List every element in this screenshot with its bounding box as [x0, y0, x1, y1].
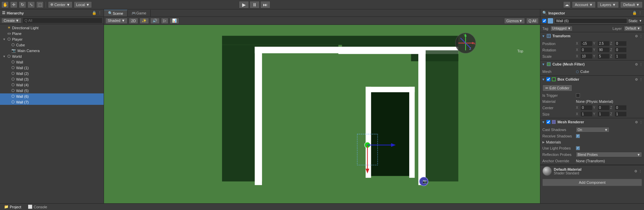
scale-x[interactable]: [581, 54, 592, 59]
collider-more-icon[interactable]: ⋮: [639, 78, 643, 81]
edit-collider-btn[interactable]: ✏ Edit Collider: [542, 85, 572, 91]
hand-tool-btn[interactable]: ✋: [1, 1, 9, 8]
gizmos-btn[interactable]: Gizmos ▼: [504, 18, 525, 24]
center-z[interactable]: [615, 105, 627, 110]
shaded-dropdown[interactable]: Shaded ▼: [105, 18, 127, 24]
inspector-lock-icon[interactable]: 🔒: [632, 11, 637, 15]
rotation-y[interactable]: [598, 47, 609, 52]
audio-btn[interactable]: 🔊: [150, 18, 160, 24]
renderer-enable-checkbox[interactable]: [546, 120, 550, 124]
material-more-icon[interactable]: ⋮: [639, 169, 642, 173]
rotation-x[interactable]: [581, 47, 592, 52]
rotation-z[interactable]: [615, 47, 627, 52]
center-y[interactable]: [598, 105, 609, 110]
size-x[interactable]: [581, 112, 592, 117]
receive-shadows-checkbox[interactable]: [576, 134, 580, 138]
hierarchy-more-icon[interactable]: ⋮: [98, 11, 102, 15]
tree-item-plane[interactable]: ▭ Plane: [0, 31, 104, 36]
cast-shadows-dropdown[interactable]: On ▼: [576, 127, 609, 132]
2d-btn[interactable]: 2D: [129, 18, 138, 24]
object-active-toggle[interactable]: [542, 19, 546, 23]
cloud-btn[interactable]: ☁: [563, 1, 571, 8]
anchor-override-row: Anchor Override None (Transform): [540, 158, 644, 164]
collider-settings-icon[interactable]: ⚙: [635, 78, 638, 81]
console-tab[interactable]: ⬜ Console: [26, 204, 49, 209]
mesh-prop-row: Mesh ⬡ Cube: [540, 69, 644, 75]
mesh-more-icon[interactable]: ⋮: [639, 62, 643, 66]
tree-item-wall1[interactable]: ⬡ Wall (1): [0, 65, 104, 71]
project-tab[interactable]: 📁 Project: [2, 204, 23, 209]
hierarchy-tree: ☀ Directional Light ▭ Plane ▼ ⬡ Player ⬡…: [0, 24, 104, 203]
transform-more-icon[interactable]: ⋮: [639, 34, 643, 38]
use-light-probes-checkbox[interactable]: [576, 146, 580, 150]
renderer-more-icon[interactable]: ⋮: [639, 120, 643, 124]
position-z[interactable]: [615, 41, 627, 46]
create-btn[interactable]: Create ▼: [1, 18, 21, 23]
edit-icon: ✏: [545, 86, 548, 90]
play-button[interactable]: ▶: [239, 1, 249, 8]
tag-dropdown[interactable]: Untagged ▼: [550, 26, 573, 31]
pivot-btn[interactable]: ⊕ Center ▼: [48, 1, 72, 8]
tree-item-wall6[interactable]: ⬡ Wall (6): [0, 93, 104, 99]
mesh-renderer-header[interactable]: ▼ Mesh Renderer ⚙ ⋮: [540, 118, 644, 126]
size-z[interactable]: [615, 112, 627, 117]
fx-btn[interactable]: ✨: [140, 18, 149, 24]
anim-btn[interactable]: ▷: [161, 18, 168, 24]
add-component-btn[interactable]: Add Component: [542, 179, 642, 186]
object-name-input[interactable]: [554, 18, 627, 24]
tree-item-wall4[interactable]: ⬡ Wall (4): [0, 82, 104, 88]
step-button[interactable]: ⏭: [260, 1, 270, 8]
collider-enable-checkbox[interactable]: [546, 77, 550, 81]
position-x[interactable]: [581, 41, 592, 46]
hierarchy-lock-icon[interactable]: 🔒: [92, 11, 97, 15]
size-y[interactable]: [598, 112, 609, 117]
inspector-panel: 🔍 Inspector 🔒 ⋮ Static ▼ Tag Untagged ▼ …: [540, 9, 644, 203]
tree-item-wall[interactable]: ⬡ Wall: [0, 59, 104, 65]
tab-scene[interactable]: 🔍 Scene: [104, 10, 127, 16]
pause-button[interactable]: ⏸: [250, 1, 260, 8]
play-controls: ▶ ⏸ ⏭: [239, 1, 270, 8]
rotate-tool-btn[interactable]: ↻: [19, 1, 26, 8]
renderer-settings-icon[interactable]: ⚙: [635, 120, 638, 124]
scale-y[interactable]: [598, 54, 609, 59]
position-y[interactable]: [598, 41, 609, 46]
anchor-override-value: None (Transform): [576, 159, 642, 163]
center-x[interactable]: [581, 105, 592, 110]
move-tool-btn[interactable]: ✛: [10, 1, 17, 8]
tree-item-wall5[interactable]: ⬡ Wall (5): [0, 88, 104, 93]
tree-item-cube[interactable]: ⬡ Cube: [0, 42, 104, 48]
tree-item-main-camera[interactable]: 📷 Main Camera: [0, 48, 104, 53]
transform-header[interactable]: ▼ Transform ⚙ ⋮: [540, 32, 644, 40]
tree-item-player[interactable]: ▼ ⬡ Player: [0, 36, 104, 42]
transform-settings-icon[interactable]: ⚙: [635, 34, 638, 38]
search-scene-btn[interactable]: Q All: [526, 18, 539, 24]
space-btn[interactable]: Local ▼: [74, 1, 92, 8]
rect-tool-btn[interactable]: ⬚: [36, 1, 44, 8]
scale-z[interactable]: [615, 54, 627, 59]
inspector-more-icon[interactable]: ⋮: [638, 11, 642, 15]
layer-dropdown[interactable]: Default ▼: [624, 26, 642, 31]
tree-item-wall7[interactable]: ⬡ Wall (7): [0, 99, 104, 105]
tree-item-wall3[interactable]: ⬡ Wall (3): [0, 76, 104, 82]
transform-toggle-arrow: ▼: [542, 34, 545, 38]
scene-view[interactable]: 📷 X Y Z: [104, 25, 540, 203]
account-dropdown[interactable]: Account ▼: [572, 1, 596, 8]
layers-dropdown[interactable]: Layers ▼: [597, 1, 619, 8]
stats-btn[interactable]: 📊: [170, 18, 179, 24]
materials-row[interactable]: ▶ Materials: [540, 139, 644, 145]
box-collider-header[interactable]: ▼ Box Collider ⚙ ⋮: [540, 76, 644, 83]
reflection-probes-dropdown[interactable]: Blend Probes ▼: [576, 152, 642, 157]
is-trigger-checkbox[interactable]: [576, 93, 580, 97]
mesh-filter-header[interactable]: ▼ Cube (Mesh Filter) ⚙ ⋮: [540, 60, 644, 68]
tree-item-wall2[interactable]: ⬡ Wall (2): [0, 71, 104, 76]
static-dropdown[interactable]: ▼: [639, 19, 642, 23]
default-dropdown[interactable]: Default ▼: [620, 1, 643, 8]
material-info: Default-Material Shader Standard: [554, 167, 632, 175]
hierarchy-search[interactable]: [23, 18, 102, 23]
tab-game[interactable]: 🎮 Game: [127, 10, 151, 16]
tree-item-directional-light[interactable]: ☀ Directional Light: [0, 25, 104, 31]
material-settings-icon[interactable]: ⚙: [634, 169, 637, 173]
scale-tool-btn[interactable]: ⤡: [28, 1, 35, 8]
mesh-settings-icon[interactable]: ⚙: [635, 62, 638, 66]
tree-item-world[interactable]: ▼ ⬡ World: [0, 53, 104, 59]
